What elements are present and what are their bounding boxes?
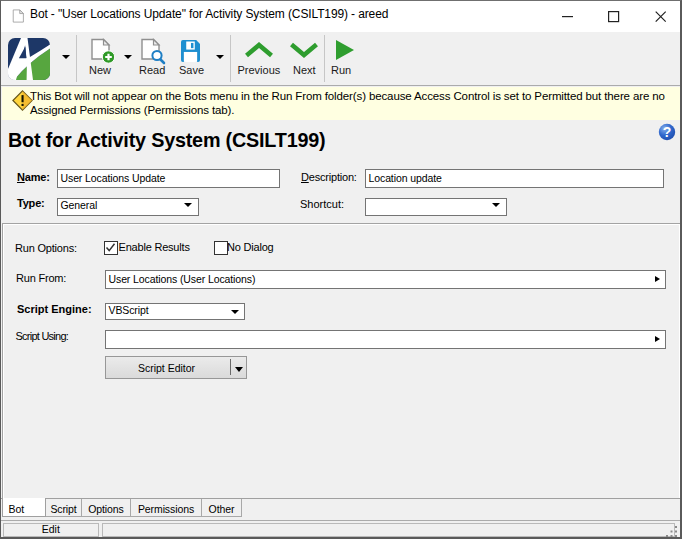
- svg-text:?: ?: [663, 124, 672, 140]
